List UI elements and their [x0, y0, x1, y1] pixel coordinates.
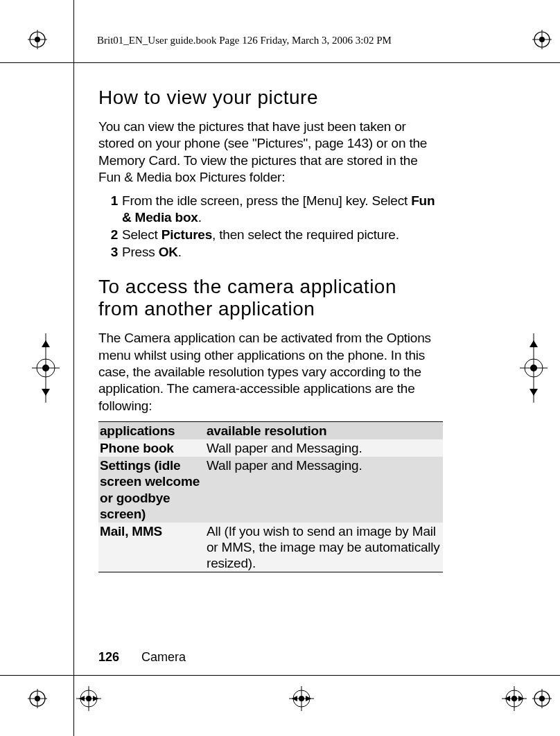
table-header: applications	[98, 421, 205, 439]
svg-marker-27	[530, 389, 538, 396]
svg-point-31	[86, 696, 91, 701]
table-row: Phone book Wall paper and Messaging.	[98, 439, 443, 457]
section-heading-1: How to view your picture	[98, 87, 439, 109]
step-text: Select Pictures, then select the require…	[122, 227, 439, 243]
intro-paragraph-1: You can view the pictures that have just…	[98, 119, 439, 186]
svg-point-43	[511, 696, 517, 701]
step-number: 3	[107, 244, 118, 261]
svg-marker-44	[505, 696, 510, 701]
step-item: 1 From the idle screen, press the [Menu]…	[107, 193, 439, 226]
steps-list: 1 From the idle screen, press the [Menu]…	[107, 193, 439, 261]
bottom-registration-row	[76, 686, 527, 711]
step-item: 2 Select Pictures, then select the requi…	[107, 227, 439, 243]
table-cell: Mail, MMS	[98, 523, 205, 572]
page-number: 126	[98, 650, 119, 664]
registration-mark-icon	[76, 686, 101, 711]
table-cell: Settings (idle screen welcome or goodbye…	[98, 457, 205, 523]
chapter-name: Camera	[141, 650, 186, 664]
table-cell: Phone book	[98, 439, 205, 457]
table-row: Mail, MMS All (If you wish to send an im…	[98, 523, 443, 572]
table-header: available resolution	[205, 421, 443, 439]
crop-line	[73, 0, 74, 736]
svg-marker-33	[93, 696, 98, 701]
crop-line	[0, 675, 560, 676]
table-cell: Wall paper and Messaging.	[205, 439, 443, 457]
intro-paragraph-2: The Camera application can be activated …	[98, 330, 439, 414]
registration-mark-icon	[28, 30, 47, 49]
section-heading-2: To access the camera application from an…	[98, 276, 439, 320]
table-row: Settings (idle screen welcome or goodbye…	[98, 457, 443, 523]
step-number: 2	[107, 227, 118, 243]
svg-marker-20	[42, 340, 50, 347]
step-item: 3 Press OK.	[107, 244, 439, 261]
side-registration-icon	[520, 333, 548, 403]
svg-marker-26	[530, 340, 538, 347]
svg-marker-21	[42, 389, 50, 396]
registration-mark-icon	[502, 686, 527, 711]
table-header-row: applications available resolution	[98, 421, 443, 439]
registration-mark-icon	[532, 30, 552, 49]
table-cell: All (If you wish to send an image by Mai…	[205, 523, 443, 572]
registration-mark-icon	[28, 689, 47, 708]
svg-point-25	[530, 365, 537, 371]
resolution-table: applications available resolution Phone …	[98, 421, 443, 573]
page-header: Brit01_EN_User guide.book Page 126 Frida…	[97, 35, 392, 46]
step-number: 1	[107, 193, 118, 226]
table-cell: Wall paper and Messaging.	[205, 457, 443, 523]
svg-point-19	[42, 365, 49, 371]
crop-line	[0, 62, 560, 63]
svg-marker-38	[292, 696, 297, 701]
step-text: Press OK.	[122, 244, 439, 261]
svg-point-37	[299, 696, 304, 701]
svg-marker-45	[518, 696, 524, 701]
step-text: From the idle screen, press the [Menu] k…	[122, 193, 439, 226]
registration-mark-icon	[289, 686, 314, 711]
svg-marker-32	[79, 696, 85, 701]
svg-marker-39	[306, 696, 311, 701]
registration-mark-icon	[532, 689, 552, 708]
page-content: How to view your picture You can view th…	[98, 87, 439, 572]
side-registration-icon	[32, 333, 60, 403]
page-footer: 126Camera	[98, 650, 186, 665]
